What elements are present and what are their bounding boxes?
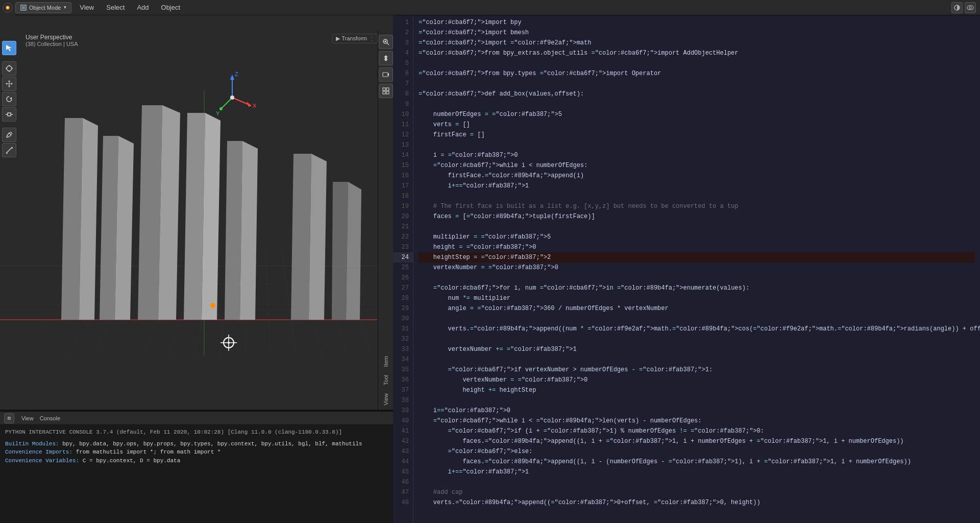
code-content[interactable]: ="color:#cba6f7;">import bpy="color:#cba…: [413, 15, 980, 523]
line-number: 33: [393, 344, 413, 354]
object-mode-dropdown[interactable]: Object Mode ▼: [15, 2, 71, 13]
line-number: 34: [393, 354, 413, 365]
code-line[interactable]: ="color:#cba6f7;">def add_box(values,off…: [419, 89, 975, 99]
code-line[interactable]: firstFace.="color:#89b4fa;">append(i): [419, 171, 975, 181]
measure-tool-btn[interactable]: [2, 143, 16, 157]
code-line[interactable]: ="color:#cba6f7;">for i, num ="color:#cb…: [419, 283, 975, 293]
code-line[interactable]: ="color:#cba6f7;">while i < numberOfEdge…: [419, 160, 975, 171]
annotate-tool-btn[interactable]: [2, 128, 16, 142]
code-line[interactable]: [419, 477, 975, 487]
zoom-in-btn[interactable]: [379, 35, 393, 49]
code-line[interactable]: num *= multiplier: [419, 293, 975, 303]
code-line[interactable]: [419, 354, 975, 365]
line-number: 5: [393, 58, 413, 68]
code-line[interactable]: faces = [="color:#89b4fa;">tuple(firstFa…: [419, 211, 975, 222]
scale-tool-btn[interactable]: [2, 107, 16, 122]
code-line[interactable]: i=="color:#fab387;">0: [419, 406, 975, 416]
line-number: 30: [393, 314, 413, 324]
blender-logo[interactable]: [0, 0, 15, 15]
code-line[interactable]: faces.="color:#89b4fa;">append((i, i - (…: [419, 457, 975, 467]
line-number: 27: [393, 283, 413, 293]
camera-btn[interactable]: [379, 67, 393, 82]
menu-select[interactable]: Select: [100, 4, 131, 11]
code-line[interactable]: ="color:#cba6f7;">import bpy: [419, 17, 975, 28]
code-line[interactable]: [419, 99, 975, 109]
code-line[interactable]: i+=="color:#fab387;">1: [419, 467, 975, 477]
code-line[interactable]: ="color:#cba6f7;">if (i + ="color:#fab38…: [419, 426, 975, 436]
code-line[interactable]: ="color:#cba6f7;">from bpy_extras.object…: [419, 48, 975, 58]
code-line[interactable]: heightStep = ="color:#fab387;">2: [419, 252, 975, 263]
code-line[interactable]: ="color:#cba6f7;">from bpy.types ="color…: [419, 68, 975, 79]
viewport-3d[interactable]: Z X Y: [0, 15, 393, 411]
menu-add[interactable]: Add: [131, 4, 155, 11]
code-line[interactable]: [419, 334, 975, 344]
console-icon-btn[interactable]: ⊞: [4, 413, 14, 423]
top-menu-bar: Object Mode ▼ View Select Add Object: [0, 0, 980, 15]
svg-marker-72: [10, 97, 12, 100]
code-line[interactable]: [419, 273, 975, 283]
svg-point-62: [210, 303, 215, 308]
line-number: 35: [393, 365, 413, 375]
code-line[interactable]: height += heightStep: [419, 385, 975, 395]
code-line[interactable]: ="color:#cba6f7;">else:: [419, 446, 975, 457]
console-content: PYTHON INTERACTIVE CONSOLE 3.7.4 (defaul…: [0, 425, 393, 468]
code-line[interactable]: [419, 191, 975, 201]
code-line[interactable]: [419, 314, 975, 324]
code-line[interactable]: vertexNumber = ="color:#fab387;">0: [419, 263, 975, 273]
code-line[interactable]: [419, 140, 975, 150]
code-line[interactable]: [419, 395, 975, 406]
line-number: 17: [393, 181, 413, 191]
code-line[interactable]: vertexNumber += ="color:#fab387;">1: [419, 344, 975, 354]
code-line[interactable]: vertexNumber = ="color:#fab387;">0: [419, 375, 975, 385]
code-line[interactable]: multiplier = ="color:#fab387;">5: [419, 232, 975, 242]
line-number: 26: [393, 273, 413, 283]
line-number: 21: [393, 222, 413, 232]
menu-view[interactable]: View: [74, 4, 100, 11]
svg-point-59: [219, 107, 223, 110]
cursor-tool-btn[interactable]: [2, 61, 16, 76]
menu-object[interactable]: Object: [155, 4, 187, 11]
console-view-item[interactable]: View: [18, 415, 37, 421]
code-line[interactable]: i+=="color:#fab387;">1: [419, 181, 975, 191]
line-number: 24: [393, 252, 413, 263]
line-number: 29: [393, 303, 413, 314]
viewport-info: User Perspective (38) Collection | USA: [26, 34, 78, 47]
move-tool-btn[interactable]: [2, 77, 16, 91]
code-line[interactable]: [419, 79, 975, 89]
line-number: 14: [393, 150, 413, 160]
code-line[interactable]: #add cap: [419, 487, 975, 497]
select-tool-btn[interactable]: [2, 41, 16, 55]
code-line[interactable]: ="color:#cba6f7;">import bmesh: [419, 28, 975, 38]
line-number: 8: [393, 89, 413, 99]
pan-btn[interactable]: [379, 51, 393, 65]
code-editor[interactable]: 1234567891011121314151617181920212223242…: [393, 15, 980, 523]
line-number: 15: [393, 160, 413, 171]
code-line[interactable]: [419, 58, 975, 68]
code-line[interactable]: numberOfEdges = ="color:#fab387;">5: [419, 109, 975, 120]
code-line[interactable]: faces.="color:#89b4fa;">append((i, i + =…: [419, 436, 975, 446]
svg-rect-4: [22, 6, 25, 9]
code-line[interactable]: verts.="color:#89b4fa;">append((num * ="…: [419, 324, 975, 334]
overlay-icon[interactable]: [965, 2, 976, 13]
code-line[interactable]: i = ="color:#fab387;">0: [419, 150, 975, 160]
grid-btn[interactable]: [379, 84, 393, 98]
code-line[interactable]: angle = ="color:#fab387;">360 / numberOf…: [419, 303, 975, 314]
code-line[interactable]: # The first face is built as a list e.g.…: [419, 201, 975, 211]
code-line[interactable]: height = ="color:#fab387;">0: [419, 242, 975, 252]
code-line[interactable]: ="color:#cba6f7;">import ="color:#f9e2af…: [419, 38, 975, 48]
view-label[interactable]: View: [383, 389, 389, 410]
code-line[interactable]: verts = []: [419, 120, 975, 130]
rotate-tool-btn[interactable]: [2, 92, 16, 106]
item-label[interactable]: Item: [383, 352, 389, 371]
code-line[interactable]: verts.="color:#89b4fa;">append((="color:…: [419, 497, 975, 508]
line-number: 20: [393, 211, 413, 222]
line-number: 12: [393, 130, 413, 140]
code-line[interactable]: [419, 222, 975, 232]
code-line[interactable]: ="color:#cba6f7;">while i < ="color:#89b…: [419, 416, 975, 426]
line-number: 28: [393, 293, 413, 303]
code-line[interactable]: ="color:#cba6f7;">if vertexNumber > numb…: [419, 365, 975, 375]
console-console-item[interactable]: Console: [37, 415, 63, 421]
code-line[interactable]: firstFace = []: [419, 130, 975, 140]
tool-label[interactable]: Tool: [383, 371, 389, 389]
viewport-shading-icon[interactable]: [951, 2, 963, 13]
